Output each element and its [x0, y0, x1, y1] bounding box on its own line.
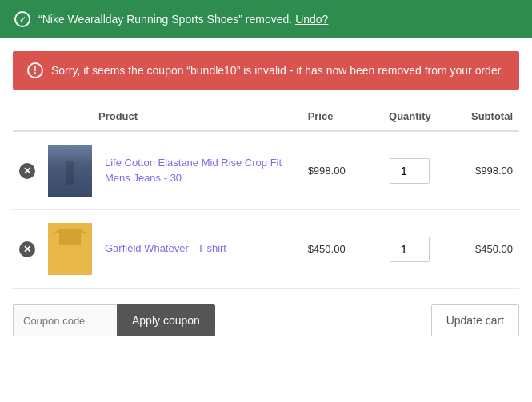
remove-item-1-button[interactable]: ✕	[19, 163, 35, 179]
col-subtotal-header: Subtotal	[446, 102, 519, 131]
col-qty-header: Quantity	[374, 102, 446, 131]
image-cell-1	[42, 131, 98, 210]
qty-input-1[interactable]	[390, 158, 430, 184]
remove-cell-2: ✕	[13, 210, 42, 289]
product-name-cell-2: Garfield Whatever - T shirt	[98, 210, 302, 289]
table-header: Product Price Quantity Subtotal	[13, 102, 519, 131]
exclamation-icon: !	[27, 62, 43, 78]
col-product-header: Product	[98, 102, 302, 131]
product-image-1	[48, 145, 92, 197]
price-cell-2: $450.00	[302, 210, 374, 289]
qty-cell-2	[374, 210, 446, 289]
coupon-group: Apply coupon	[13, 304, 215, 336]
error-notification: ! Sorry, it seems the coupon “bundle10” …	[13, 51, 519, 90]
success-message: “Nike Wearallday Running Sports Shoes” r…	[38, 13, 328, 26]
table-row: ✕ Garfield Whatever - T shirt $450.00 $4…	[13, 210, 519, 289]
table-row: ✕ Life Cotton Elastane Mid Rise Crop Fit…	[13, 131, 519, 210]
remove-icon-2: ✕	[19, 241, 35, 257]
qty-cell-1	[374, 131, 446, 210]
undo-link[interactable]: Undo?	[295, 13, 328, 26]
subtotal-cell-1: $998.00	[446, 131, 519, 210]
product-link-1[interactable]: Life Cotton Elastane Mid Rise Crop Fit M…	[105, 157, 282, 183]
product-image-2	[48, 223, 92, 275]
image-cell-2	[42, 210, 98, 289]
cart-table: Product Price Quantity Subtotal ✕ Life C…	[13, 102, 519, 289]
coupon-input[interactable]	[13, 304, 117, 336]
product-name-cell-1: Life Cotton Elastane Mid Rise Crop Fit M…	[98, 131, 302, 210]
cart-actions: Apply coupon Update cart	[0, 289, 532, 349]
col-image	[42, 102, 98, 131]
product-link-2[interactable]: Garfield Whatever - T shirt	[105, 242, 226, 254]
success-text: “Nike Wearallday Running Sports Shoes” r…	[38, 13, 292, 26]
error-message: Sorry, it seems the coupon “bundle10” is…	[51, 64, 503, 77]
check-icon: ✓	[14, 11, 30, 27]
price-cell-1: $998.00	[302, 131, 374, 210]
remove-icon-1: ✕	[19, 163, 35, 179]
remove-item-2-button[interactable]: ✕	[19, 241, 35, 257]
apply-coupon-button[interactable]: Apply coupon	[117, 304, 215, 336]
col-price-header: Price	[302, 102, 374, 131]
qty-input-2[interactable]	[390, 237, 430, 262]
update-cart-button[interactable]: Update cart	[431, 304, 519, 336]
remove-cell-1: ✕	[13, 131, 42, 210]
cart-section: Product Price Quantity Subtotal ✕ Life C…	[0, 102, 532, 289]
col-remove	[13, 102, 42, 131]
success-notification: ✓ “Nike Wearallday Running Sports Shoes”…	[0, 0, 532, 38]
subtotal-cell-2: $450.00	[446, 210, 519, 289]
